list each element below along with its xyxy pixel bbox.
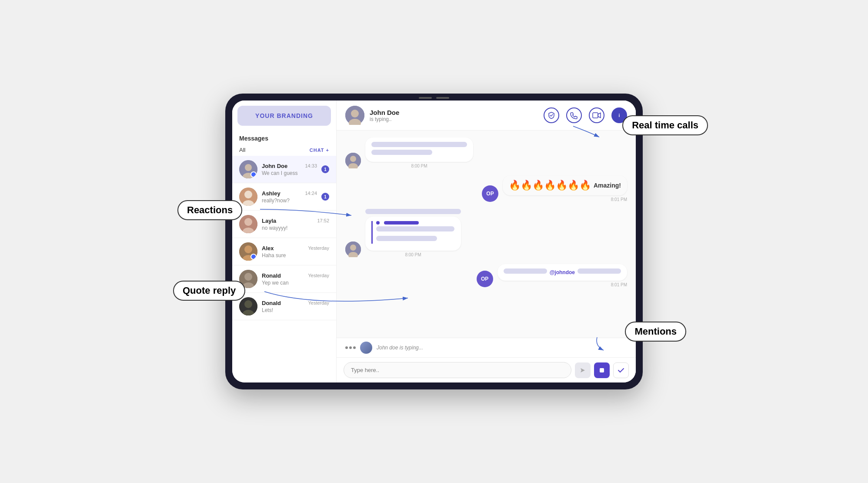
msg-bubble-1	[365, 138, 473, 162]
message-4: @johndoe 8:01 PM OP	[345, 264, 627, 287]
filter-all: All	[239, 147, 245, 153]
contact-preview-donald: Lets!	[262, 307, 329, 313]
unread-badge-ashley: 1	[321, 193, 329, 201]
svg-point-29	[350, 245, 356, 251]
brand-banner: YOUR BRANDING	[237, 106, 331, 126]
typing-avatar	[360, 342, 372, 354]
contact-name-ronald: Ronald	[262, 272, 281, 279]
quote-lines	[376, 226, 455, 244]
msg-bubble-2: 🔥🔥🔥🔥🔥🔥🔥 Amazing!	[503, 175, 627, 195]
message-input[interactable]	[344, 362, 571, 378]
reaction-text: Amazing!	[594, 182, 621, 189]
typing-dots	[345, 346, 356, 349]
avatar-john-doe	[239, 160, 257, 178]
avatar-donald	[239, 297, 257, 315]
svg-point-5	[244, 191, 252, 198]
placeholder-1b	[371, 150, 432, 155]
avatar-layla	[239, 215, 257, 233]
dot-1	[345, 346, 348, 349]
chat-header-info: John Doe is typing..	[370, 109, 538, 122]
contact-info-john: John Doe 14:33 We can I guess	[262, 163, 317, 176]
contact-john-doe[interactable]: John Doe 14:33 We can I guess 1	[232, 156, 336, 183]
msg-avatar-1	[345, 153, 361, 168]
quote-line	[384, 221, 419, 225]
realtime-label: Real time calls	[632, 120, 698, 131]
svg-point-2	[245, 164, 252, 171]
phone-button[interactable]	[566, 107, 582, 123]
mention-pre	[504, 268, 547, 274]
message-2: 🔥🔥🔥🔥🔥🔥🔥 Amazing! 8:01 PM OP	[345, 175, 627, 202]
messages-section: Messages	[232, 131, 336, 144]
contact-preview-ashley: really?now?	[262, 198, 317, 204]
avatar-alex	[239, 242, 257, 261]
svg-rect-22	[593, 113, 598, 118]
contact-alex[interactable]: Alex Yesterday Haha sure	[232, 238, 336, 265]
shield-check-button[interactable]	[544, 107, 559, 123]
contact-name-john: John Doe	[262, 163, 287, 169]
svg-marker-31	[581, 368, 585, 372]
annotation-mentions: Mentions	[625, 322, 686, 342]
typing-bar: John doe is typing...	[337, 338, 636, 357]
filter-bar: All CHAT +	[232, 144, 336, 156]
contact-info-alex: Alex Yesterday Haha sure	[262, 245, 329, 258]
tablet-indicators	[419, 97, 449, 99]
svg-point-14	[244, 273, 252, 281]
contact-info-ronald: Ronald Yesterday Yep we can	[262, 272, 329, 286]
scene: Real time calls Reactions Quote reply Me…	[217, 85, 651, 398]
annotation-realtime: Real time calls	[622, 115, 708, 135]
contact-time-ashley: 14:24	[305, 191, 317, 196]
dot-3	[353, 346, 356, 349]
filter-chat-button[interactable]: CHAT +	[310, 148, 329, 153]
annotation-reactions: Reactions	[177, 200, 242, 220]
op-avatar-2: OP	[477, 271, 493, 287]
contact-donald[interactable]: Donald Yesterday Lets!	[232, 293, 336, 320]
msg-bubble-3	[365, 217, 461, 251]
message-1: 8:00 PM	[345, 138, 627, 168]
msg-time-3: 8:00 PM	[365, 252, 461, 257]
chat-panel: John Doe is typing..	[337, 101, 636, 382]
messages-area: 8:00 PM 🔥🔥🔥🔥🔥🔥🔥 Amazing! 8:01 PM	[337, 131, 636, 338]
tablet-frame: YOUR BRANDING Messages All CHAT +	[225, 94, 643, 389]
svg-point-11	[244, 245, 252, 253]
msg-avatar-3	[345, 242, 361, 257]
chat-header-avatar	[345, 106, 364, 125]
quote-dot	[376, 221, 380, 225]
chat-header-actions: i	[544, 107, 627, 123]
unread-badge-john: 1	[321, 165, 329, 173]
contact-time-alex: Yesterday	[308, 245, 329, 251]
indicator-1	[419, 97, 432, 99]
contact-name-alex: Alex	[262, 245, 274, 252]
contact-name-ashley: Ashley	[262, 190, 280, 197]
contact-time-layla: 17:52	[317, 218, 329, 223]
confirm-button[interactable]	[613, 362, 629, 378]
quote-line-1	[376, 226, 454, 231]
msg-time-2: 8:01 PM	[611, 197, 627, 202]
quoted-content	[371, 221, 455, 244]
brand-title: YOUR BRANDING	[255, 112, 313, 119]
message-3: 8:00 PM	[345, 209, 627, 257]
svg-point-8	[244, 218, 252, 226]
chat-status: is typing..	[370, 116, 538, 122]
contact-preview-alex: Haha sure	[262, 252, 329, 258]
action-button[interactable]	[594, 362, 610, 378]
contact-preview-ronald: Yep we can	[262, 280, 329, 286]
indicator-2	[436, 97, 449, 99]
send-arrow-button[interactable]	[575, 362, 591, 378]
msg-wrap-1: 8:00 PM	[365, 138, 473, 168]
contact-time-ronald: Yesterday	[308, 273, 329, 278]
msg-time-4: 8:01 PM	[611, 282, 627, 287]
mentions-label: Mentions	[634, 326, 677, 337]
mention-post	[578, 268, 621, 274]
dot-2	[349, 346, 352, 349]
contact-ashley[interactable]: Ashley 14:24 really?now? 1	[232, 183, 336, 211]
avatar-ashley	[239, 188, 257, 206]
contact-ronald[interactable]: Ronald Yesterday Yep we can	[232, 265, 336, 293]
contact-layla[interactable]: Layla 17:52 no wayyyy!	[232, 211, 336, 238]
svg-point-17	[244, 300, 252, 308]
messages-title: Messages	[239, 135, 268, 142]
typing-text: John doe is typing...	[377, 345, 423, 351]
contact-preview-john: We can I guess	[262, 170, 317, 176]
contact-time-john: 14:33	[305, 163, 317, 168]
video-button[interactable]	[589, 107, 604, 123]
tablet-inner: YOUR BRANDING Messages All CHAT +	[232, 101, 636, 382]
